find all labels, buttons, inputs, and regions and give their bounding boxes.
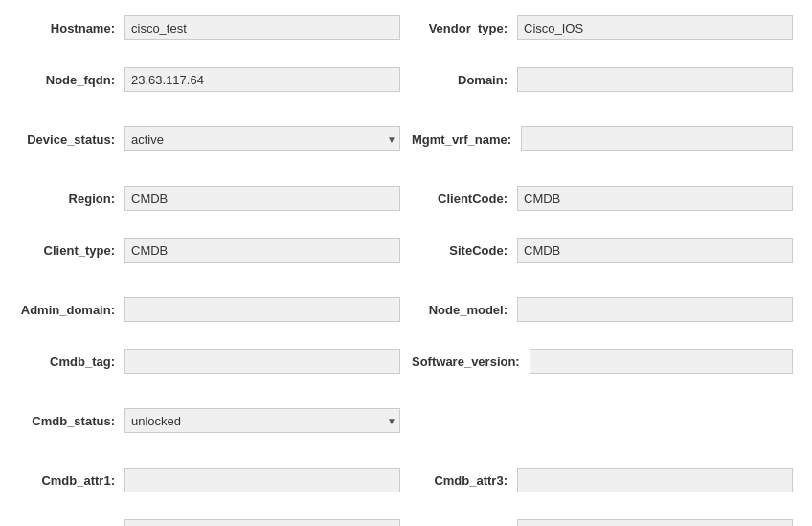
- node-fqdn-label: Node_fqdn:: [19, 73, 124, 87]
- software-version-label: Software_version:: [412, 354, 530, 369]
- client-type-input[interactable]: [124, 238, 400, 263]
- hostname-row: Hostname:: [19, 15, 400, 40]
- cmdb-status-select-wrapper: unlocked locked ▼: [124, 408, 400, 433]
- row-cmdbattr2-cmdbattr4: Cmdb_attr2: Cmdb_attr4:: [19, 519, 793, 526]
- col-softwareversion: Software_version:: [412, 349, 793, 387]
- spacer5: [19, 460, 793, 468]
- region-input[interactable]: [124, 186, 400, 211]
- cmdbattr3-row: Cmdb_attr3:: [412, 468, 793, 492]
- hostname-label: Hostname:: [19, 21, 124, 35]
- col-cmdbattr4: Cmdb_attr4:: [412, 519, 793, 526]
- col-cmdbattr3: Cmdb_attr3:: [412, 468, 793, 506]
- node-model-label: Node_model:: [412, 303, 517, 317]
- admindomain-row: Admin_domain:: [19, 297, 400, 322]
- region-row: Region:: [19, 186, 400, 211]
- clientcode-row: ClientCode:: [412, 186, 793, 211]
- spacer2: [19, 178, 793, 186]
- cmdb-status-label: Cmdb_status:: [19, 414, 124, 428]
- spacer3: [19, 289, 793, 297]
- hostname-input[interactable]: [124, 15, 400, 40]
- col-nodefqdn: Node_fqdn:: [19, 67, 412, 105]
- col-cmdbstatus: Cmdb_status: unlocked locked ▼: [19, 408, 412, 446]
- sitecode-label: SiteCode:: [412, 243, 517, 258]
- sitecode-input[interactable]: [517, 238, 793, 263]
- row-devicestatus-mgmt: Device_status: active inactive pending ▼…: [19, 126, 793, 165]
- device-status-select-wrapper: active inactive pending ▼: [124, 126, 400, 151]
- domain-input[interactable]: [517, 67, 793, 92]
- cmdbtag-row: Cmdb_tag:: [19, 349, 400, 374]
- cmdb-status-select[interactable]: unlocked locked: [124, 408, 400, 433]
- admin-domain-input[interactable]: [124, 297, 400, 322]
- col-region: Region:: [19, 186, 412, 224]
- col-cmdbtag: Cmdb_tag:: [19, 349, 412, 387]
- col-devicestatus: Device_status: active inactive pending ▼: [19, 126, 412, 165]
- nodemodel-row: Node_model:: [412, 297, 793, 322]
- col-clientcode: ClientCode:: [412, 186, 793, 224]
- device-status-select[interactable]: active inactive pending: [124, 126, 400, 151]
- col-hostname: Hostname:: [19, 15, 412, 54]
- col-clienttype: Client_type:: [19, 238, 412, 276]
- clienttype-row: Client_type:: [19, 238, 400, 263]
- mgmtvrf-row: Mgmt_vrf_name:: [412, 126, 793, 151]
- col-cmdbattr1: Cmdb_attr1:: [19, 468, 412, 506]
- cmdbattr4-row: Cmdb_attr4:: [412, 519, 793, 526]
- cmdb-attr4-input[interactable]: [517, 519, 793, 526]
- col-cmdbstatus-right: [412, 408, 793, 446]
- form-container: Hostname: Vendor_type: Node_fqdn: Domain…: [0, 0, 812, 526]
- row-cmdbstatus: Cmdb_status: unlocked locked ▼: [19, 408, 793, 446]
- mgmt-vrf-label: Mgmt_vrf_name:: [412, 132, 521, 147]
- row-cmdbtag-softwareversion: Cmdb_tag: Software_version:: [19, 349, 793, 387]
- client-type-label: Client_type:: [19, 243, 124, 258]
- row-hostname-vendortype: Hostname: Vendor_type:: [19, 15, 793, 54]
- vendortype-row: Vendor_type:: [412, 15, 793, 40]
- cmdb-attr2-input[interactable]: [124, 519, 400, 526]
- col-vendortype: Vendor_type:: [412, 15, 793, 54]
- spacer4: [19, 400, 793, 408]
- col-mgmtvrf: Mgmt_vrf_name:: [412, 126, 793, 165]
- col-nodemodel: Node_model:: [412, 297, 793, 335]
- row-nodefqdn-domain: Node_fqdn: Domain:: [19, 67, 793, 105]
- cmdbattr1-row: Cmdb_attr1:: [19, 468, 400, 492]
- software-version-input[interactable]: [530, 349, 793, 374]
- col-cmdbattr2: Cmdb_attr2:: [19, 519, 412, 526]
- sitecode-row: SiteCode:: [412, 238, 793, 263]
- mgmt-vrf-input[interactable]: [521, 126, 793, 151]
- domain-label: Domain:: [412, 73, 517, 87]
- row-admindomain-nodemodel: Admin_domain: Node_model:: [19, 297, 793, 335]
- row-cmdbattr1-cmdbattr3: Cmdb_attr1: Cmdb_attr3:: [19, 468, 793, 506]
- node-fqdn-input[interactable]: [124, 67, 400, 92]
- region-label: Region:: [19, 192, 124, 206]
- row-clienttype-sitecode: Client_type: SiteCode:: [19, 238, 793, 276]
- col-sitecode: SiteCode:: [412, 238, 793, 276]
- clientcode-label: ClientCode:: [412, 192, 517, 206]
- node-model-input[interactable]: [517, 297, 793, 322]
- admin-domain-label: Admin_domain:: [19, 303, 124, 317]
- col-admindomain: Admin_domain:: [19, 297, 412, 335]
- cmdbattr2-row: Cmdb_attr2:: [19, 519, 400, 526]
- domain-row: Domain:: [412, 67, 793, 92]
- row-region-clientcode: Region: ClientCode:: [19, 186, 793, 224]
- cmdbstatus-row: Cmdb_status: unlocked locked ▼: [19, 408, 400, 433]
- cmdb-attr1-label: Cmdb_attr1:: [19, 473, 124, 488]
- cmdb-tag-input[interactable]: [124, 349, 400, 374]
- col-domain: Domain:: [412, 67, 793, 105]
- softwareversion-row: Software_version:: [412, 349, 793, 374]
- device-status-label: Device_status:: [19, 132, 124, 147]
- cmdb-attr3-label: Cmdb_attr3:: [412, 473, 517, 488]
- clientcode-input[interactable]: [517, 186, 793, 211]
- vendor-type-label: Vendor_type:: [412, 21, 517, 35]
- nodefqdn-row: Node_fqdn:: [19, 67, 400, 92]
- cmdb-attr3-input[interactable]: [517, 468, 793, 492]
- devicestatus-row: Device_status: active inactive pending ▼: [19, 126, 400, 151]
- cmdb-attr1-input[interactable]: [124, 468, 400, 492]
- cmdb-tag-label: Cmdb_tag:: [19, 354, 124, 369]
- spacer1: [19, 119, 793, 126]
- vendor-type-input[interactable]: [517, 15, 793, 40]
